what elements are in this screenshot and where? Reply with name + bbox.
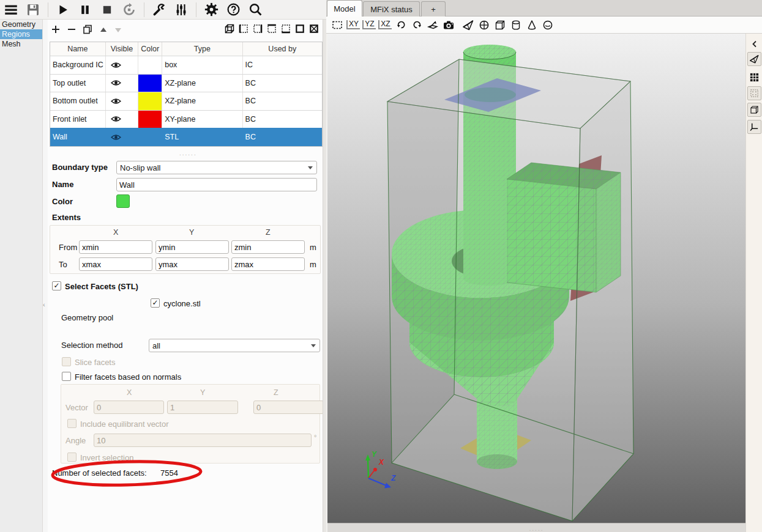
stop-button[interactable] (98, 1, 116, 18)
tab-mfix-status[interactable]: MFiX status (363, 1, 420, 17)
perspective-button[interactable] (425, 18, 440, 32)
z-axis-label: Z (390, 474, 396, 482)
plane-right-button[interactable] (251, 22, 264, 35)
nav-item-regions[interactable]: Regions (0, 29, 42, 39)
select-facets-checkbox[interactable] (52, 281, 61, 290)
vtk-toolbar: XY YZ XZ (326, 17, 762, 34)
table-row[interactable]: Front inlet XY-plane BC (50, 110, 322, 128)
column-header-color[interactable]: Color (138, 42, 162, 56)
filter-normals-checkbox[interactable] (62, 372, 71, 381)
visible-cell[interactable] (106, 111, 139, 128)
extents-from-z-input[interactable] (231, 240, 305, 254)
color-cell[interactable] (138, 92, 162, 110)
boundary-type-select[interactable]: No-slip wall (116, 161, 317, 174)
view-xy-button[interactable]: XY (346, 18, 360, 32)
view-xz-button[interactable]: XZ (378, 18, 392, 32)
toggle-cylinder-button[interactable] (509, 18, 523, 32)
save-button[interactable] (24, 1, 42, 18)
parameters-button[interactable] (172, 1, 190, 18)
slice-facets-checkbox (62, 357, 71, 366)
extents-to-z-input[interactable] (231, 257, 305, 271)
view-yz-button[interactable]: YZ (362, 18, 376, 32)
color-cell[interactable] (138, 75, 162, 92)
view-xz-label: XZ (378, 20, 391, 29)
column-header-used-by[interactable]: Used by (243, 42, 322, 56)
toggle-box-button[interactable] (493, 18, 507, 32)
name-input[interactable] (116, 178, 317, 191)
build-button[interactable] (150, 1, 168, 18)
table-row[interactable]: Wall STL BC (50, 128, 322, 146)
pause-button[interactable] (76, 1, 94, 18)
toggle-sphere-button[interactable] (477, 18, 491, 32)
search-button[interactable] (246, 1, 264, 18)
color-cell[interactable] (138, 128, 162, 146)
toggle-bounds-button[interactable] (747, 103, 761, 117)
save-icon (26, 3, 40, 17)
run-button[interactable] (54, 1, 72, 18)
extents-to-x-input[interactable] (79, 257, 152, 271)
toggle-axes-button[interactable] (747, 120, 761, 134)
selection-method-select[interactable]: all (149, 339, 320, 352)
panel-splitter[interactable] (323, 20, 326, 532)
stl-file-checkbox[interactable] (151, 298, 160, 308)
duplicate-icon (83, 24, 92, 34)
nav-item-mesh[interactable]: Mesh (0, 39, 42, 49)
toolbar-separator (144, 2, 144, 17)
rotate-left-button[interactable] (394, 18, 408, 32)
plane-left-button[interactable] (237, 22, 250, 35)
toggle-torus-button[interactable] (540, 18, 555, 32)
move-down-button[interactable] (111, 23, 125, 37)
visible-cell[interactable] (106, 92, 139, 110)
mfix-window: Geometry Regions Mesh ‹ (0, 0, 762, 532)
screenshot-button[interactable] (441, 18, 456, 32)
vtk-viewport[interactable]: Y X Z (327, 34, 745, 523)
duplicate-region-button[interactable] (81, 23, 94, 36)
toggle-geometry-button[interactable] (461, 18, 476, 32)
panel-splitter-dots[interactable]: ...... (179, 150, 197, 157)
move-up-button[interactable] (97, 23, 110, 37)
column-header-visible[interactable]: Visible (106, 42, 139, 56)
color-swatch-button[interactable] (116, 194, 130, 208)
visible-cell[interactable] (106, 56, 139, 74)
tab-add-button[interactable]: + (421, 1, 446, 17)
toggle-stl-button[interactable] (747, 52, 761, 66)
new-region-button[interactable] (49, 23, 62, 36)
extents-from-y-input[interactable] (155, 240, 229, 254)
help-button[interactable] (224, 1, 242, 18)
eye-icon (111, 116, 121, 122)
color-cell[interactable] (138, 56, 162, 74)
stl-region-button[interactable] (307, 22, 321, 35)
menu-icon (4, 2, 18, 17)
plane-bottom-button[interactable] (279, 22, 293, 35)
table-row[interactable]: Background IC box IC (50, 56, 322, 74)
extents-to-unit: m (310, 260, 316, 269)
toggle-regions-button[interactable] (747, 86, 761, 100)
plane-region-button[interactable] (293, 22, 307, 35)
plane-top-button[interactable] (265, 22, 278, 35)
nav-item-geometry[interactable]: Geometry (0, 20, 42, 29)
extents-from-x-input[interactable] (79, 240, 152, 254)
column-header-type[interactable]: Type (162, 42, 242, 56)
table-row[interactable]: Bottom outlet XZ-plane BC (50, 92, 322, 110)
visible-cell[interactable] (106, 128, 139, 146)
color-cell[interactable] (138, 111, 162, 128)
plane-left-icon (238, 23, 249, 34)
settings-button[interactable] (202, 1, 220, 18)
rotate-right-button[interactable] (409, 18, 424, 32)
collapse-panel-button[interactable] (747, 37, 761, 51)
reset-view-button[interactable] (330, 18, 345, 32)
nav-splitter[interactable]: ‹ (43, 20, 48, 532)
visible-cell[interactable] (106, 75, 139, 92)
column-header-name[interactable]: Name (50, 42, 106, 56)
table-row[interactable]: Top outlet XZ-plane BC (50, 74, 322, 92)
toggle-cone-button[interactable] (525, 18, 539, 32)
delete-region-button[interactable] (65, 23, 78, 36)
tab-model[interactable]: Model (327, 0, 362, 17)
extents-to-y-input[interactable] (155, 257, 229, 271)
region-name: Wall (50, 128, 106, 146)
box-region-button[interactable] (223, 22, 236, 35)
toggle-mesh-button[interactable] (747, 70, 761, 84)
reset-button[interactable] (120, 1, 138, 18)
menu-button[interactable] (2, 1, 20, 18)
bottom-splitter[interactable]: ..... (327, 523, 745, 532)
